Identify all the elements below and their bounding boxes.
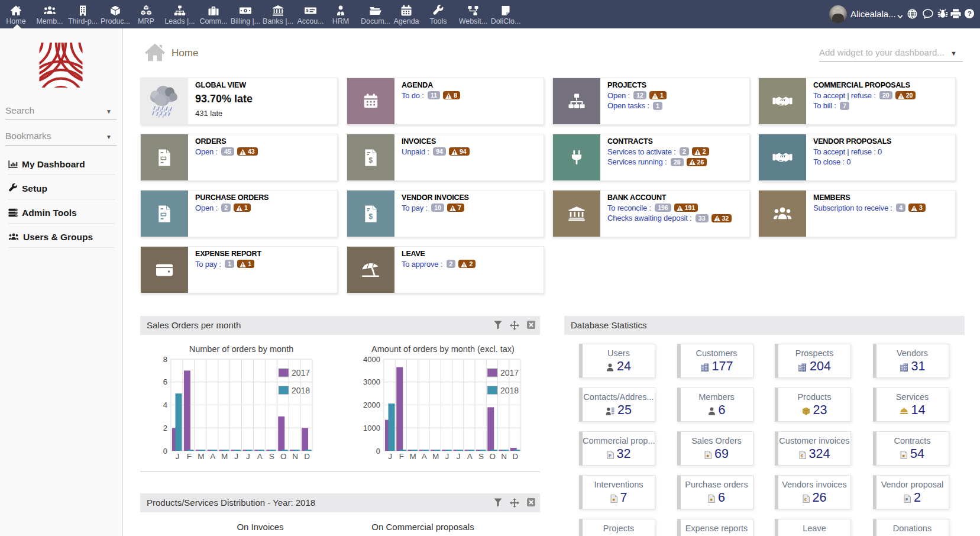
svg-text:1000: 1000 [363,424,380,432]
svg-text:M: M [409,452,416,461]
svg-text:2000: 2000 [363,401,380,409]
svg-text:F: F [399,452,404,461]
svg-text:M: M [221,452,228,461]
svg-text:J: J [457,452,461,461]
svg-text:?: ? [968,9,972,17]
svg-text:J: J [246,452,250,461]
svg-text:M: M [432,452,439,461]
svg-text:6: 6 [163,377,167,386]
svg-text:N: N [501,452,507,461]
svg-text:$: $ [368,156,373,164]
svg-text:D: D [513,452,519,461]
svg-text:M: M [198,452,204,461]
svg-text:4000: 4000 [363,355,380,364]
svg-text:S: S [478,452,484,461]
svg-text:P: P [609,454,612,458]
svg-text:3000: 3000 [363,377,380,386]
svg-text:$: $ [368,212,373,221]
svg-text:J: J [176,452,180,461]
svg-text:8: 8 [163,355,167,364]
svg-text:2018: 2018 [292,386,310,395]
svg-text:N: N [292,452,298,461]
svg-text:2017: 2017 [292,368,310,377]
svg-text:€: € [801,454,803,458]
svg-text:$: $ [306,8,308,13]
svg-text:Number of orders by month: Number of orders by month [189,344,294,354]
svg-text:O: O [490,452,496,461]
svg-text:A: A [467,452,473,461]
svg-text:0: 0 [163,447,167,456]
svg-text:A: A [257,452,263,461]
svg-text:J: J [445,452,449,461]
svg-text:P: P [905,498,908,502]
svg-text:D: D [304,452,310,461]
svg-text:O: O [280,452,287,461]
svg-text:Amount of orders by month (exc: Amount of orders by month (excl. tax) [371,344,515,354]
svg-text:A: A [210,452,215,461]
svg-text:€: € [804,498,807,502]
svg-text:A: A [422,452,427,461]
svg-text:J: J [234,452,238,461]
svg-text:F: F [187,452,192,461]
svg-text:2018: 2018 [500,386,519,395]
svg-text:S: S [269,452,274,461]
svg-text:J: J [388,452,392,461]
svg-text:4: 4 [163,401,167,409]
svg-text:0: 0 [376,447,380,456]
svg-text:2: 2 [163,424,167,432]
svg-text:2017: 2017 [500,368,519,377]
